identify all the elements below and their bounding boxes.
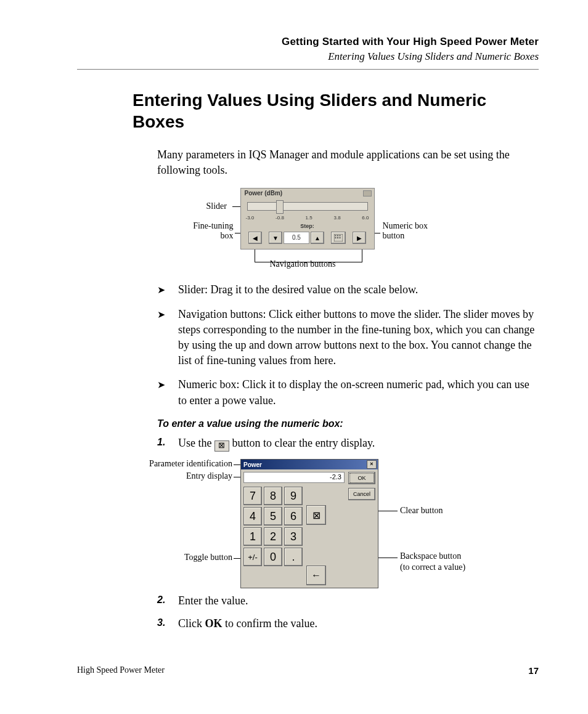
- steps-list-continued: Enter the value. Click OK to confirm the…: [157, 593, 539, 631]
- key-toggle-sign[interactable]: +/-: [243, 548, 262, 566]
- tick: -3.0: [246, 215, 255, 221]
- keypad-body: -2.3 7 8 9 4 5 6 1 2 3 +/-: [241, 469, 378, 588]
- slider-track[interactable]: [247, 202, 368, 211]
- keypad-grid: 7 8 9 4 5 6 1 2 3 +/- 0 .: [243, 487, 303, 585]
- panel-title: Power (dBm): [245, 190, 283, 197]
- keypad-side: ⊠ ←: [306, 487, 326, 585]
- step3-after: to confirm the value.: [223, 617, 317, 630]
- key-4[interactable]: 4: [243, 507, 262, 525]
- slider-panel: Power (dBm) -3.0 -0.8 1.5 3.8 6.0 Step: …: [240, 188, 375, 249]
- step3-bold: OK: [205, 617, 223, 630]
- callout-navigation-buttons: Navigation buttons: [270, 259, 336, 269]
- keypad-title: Power: [243, 461, 262, 468]
- step-down-button[interactable]: ▼: [269, 232, 282, 244]
- page: Getting Started with Your High Speed Pow…: [0, 0, 588, 714]
- nav-left-button[interactable]: ◀: [248, 232, 262, 244]
- svg-rect-4: [335, 237, 337, 238]
- controls-row: ◀ ▼ 0.5 ▲ ▶: [248, 232, 367, 244]
- body-column: Many parameters in IQS Manager and modul…: [157, 147, 539, 178]
- close-button[interactable]: ×: [367, 460, 377, 469]
- keypad-titlebar[interactable]: Power ×: [241, 460, 378, 469]
- step-input[interactable]: 0.5: [284, 232, 309, 244]
- step-3: Click OK to confirm the value.: [157, 616, 539, 631]
- tick: 3.8: [333, 215, 340, 221]
- step-label: Step:: [241, 223, 374, 229]
- keypad-icon: [334, 234, 343, 241]
- key-9[interactable]: 9: [284, 487, 303, 505]
- tick: 1.5: [306, 215, 312, 221]
- entry-display[interactable]: -2.3: [243, 472, 345, 483]
- callout-line: [362, 249, 362, 262]
- clear-icon: [214, 440, 229, 452]
- callout-slider: Slider: [206, 201, 227, 211]
- key-0[interactable]: 0: [264, 548, 282, 566]
- svg-rect-3: [340, 235, 341, 237]
- callout-fine-tuning: Fine-tuning box: [184, 221, 234, 241]
- ok-button[interactable]: OK: [348, 472, 375, 484]
- bullet-slider: Slider: Drag it to the desired value on …: [157, 282, 539, 298]
- procedure-heading: To enter a value using the numeric box:: [157, 417, 539, 431]
- callout-line: [255, 262, 362, 262]
- tick-labels: -3.0 -0.8 1.5 3.8 6.0: [246, 215, 369, 221]
- page-title: Entering Values Using Sliders and Numeri…: [133, 89, 527, 132]
- slider-thumb[interactable]: [276, 200, 284, 214]
- key-1[interactable]: 1: [243, 527, 262, 546]
- keypad-left: -2.3 7 8 9 4 5 6 1 2 3 +/-: [243, 472, 345, 585]
- chapter-title: Getting Started with Your High Speed Pow…: [77, 36, 539, 48]
- callout-backspace-l2: (to correct a value): [400, 562, 465, 572]
- svg-rect-1: [335, 235, 337, 237]
- step1-before: Use the: [178, 437, 214, 449]
- step3-before: Click: [178, 617, 205, 630]
- step1-after: button to clear the entry display.: [232, 437, 375, 449]
- callout-parameter-identification: Parameter identification: [121, 459, 232, 469]
- footer-doc-title: High Speed Power Meter: [77, 665, 165, 676]
- tick: 6.0: [362, 215, 369, 221]
- nav-right-button[interactable]: ▶: [353, 232, 366, 244]
- step-2: Enter the value.: [157, 593, 539, 609]
- section-title-running: Entering Values Using Sliders and Numeri…: [77, 51, 539, 63]
- svg-rect-6: [340, 237, 341, 238]
- key-3[interactable]: 3: [284, 527, 303, 546]
- numeric-box-button[interactable]: [331, 232, 346, 244]
- cancel-button[interactable]: Cancel: [348, 488, 375, 500]
- callout-line: [255, 249, 255, 262]
- key-7[interactable]: 7: [243, 487, 262, 505]
- bullet-numeric: Numeric box: Click it to display the on-…: [157, 377, 539, 408]
- key-5[interactable]: 5: [264, 507, 282, 525]
- step-1: Use the button to clear the entry displa…: [157, 436, 539, 452]
- body-column: Slider: Drag it to the desired value on …: [157, 282, 539, 452]
- callout-numeric-box-button: Numeric box button: [383, 221, 444, 241]
- bullet-nav: Navigation buttons: Click either buttons…: [157, 307, 539, 369]
- callout-clear-button: Clear button: [400, 506, 443, 516]
- keypad-figure: Parameter identification Entry display T…: [121, 459, 553, 582]
- bullet-list: Slider: Drag it to the desired value on …: [157, 282, 539, 408]
- key-6[interactable]: 6: [284, 507, 303, 525]
- clear-button[interactable]: ⊠: [306, 505, 326, 525]
- slider-figure: Slider Fine-tuning box Numeric box butto…: [120, 188, 496, 271]
- key-2[interactable]: 2: [264, 527, 282, 546]
- svg-rect-2: [337, 235, 338, 237]
- backspace-button[interactable]: ←: [306, 566, 326, 585]
- keypad-right: OK Cancel: [348, 472, 375, 585]
- step-up-button[interactable]: ▲: [311, 232, 324, 244]
- body-column: Enter the value. Click OK to confirm the…: [157, 593, 539, 631]
- footer: High Speed Power Meter 17: [77, 665, 539, 676]
- key-decimal[interactable]: .: [284, 548, 303, 566]
- header-rule: [77, 69, 539, 70]
- keypad-window: Power × -2.3 7 8 9 4 5 6 1: [240, 459, 378, 588]
- key-8[interactable]: 8: [264, 487, 282, 505]
- panel-collapse-button[interactable]: [363, 190, 372, 197]
- callout-backspace-l1: Backspace button: [400, 551, 461, 561]
- callout-toggle-button: Toggle button: [171, 553, 232, 562]
- steps-list: Use the button to clear the entry displa…: [157, 436, 539, 452]
- tick: -0.8: [276, 215, 284, 221]
- running-head: Getting Started with Your High Speed Pow…: [77, 36, 539, 63]
- page-number: 17: [528, 665, 539, 676]
- svg-rect-5: [337, 237, 338, 238]
- intro-paragraph: Many parameters in IQS Manager and modul…: [157, 147, 539, 178]
- callout-entry-display: Entry display: [171, 471, 232, 481]
